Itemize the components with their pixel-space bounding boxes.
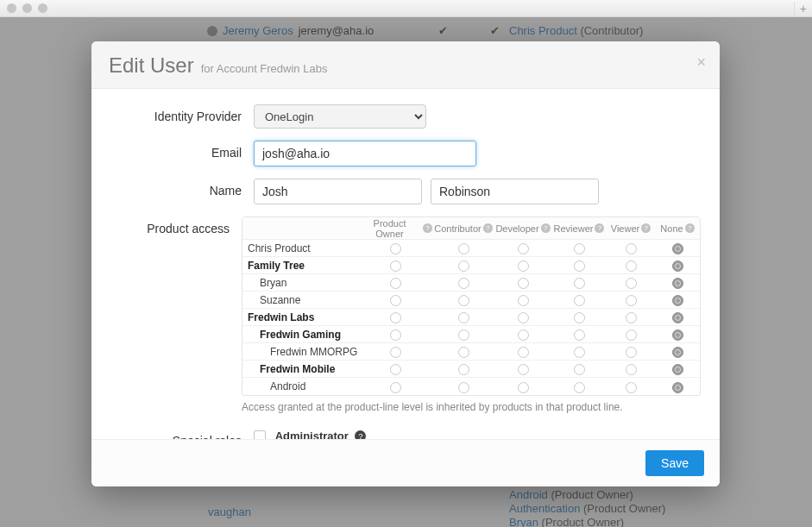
product-name: Bryan: [248, 277, 358, 289]
role-radio-developer[interactable]: [518, 347, 529, 358]
role-radio-viewer[interactable]: [626, 382, 637, 393]
product-name: Chris Product: [248, 242, 358, 254]
role-radio-contributor[interactable]: [458, 329, 469, 341]
first-name-input[interactable]: [254, 179, 422, 204]
role-radio-reviewer[interactable]: [574, 312, 585, 323]
col-reviewer: Reviewer?: [551, 223, 607, 234]
product-row: Chris Product: [242, 240, 700, 257]
role-radio-viewer[interactable]: [626, 295, 637, 306]
col-contributor: Contributor?: [432, 223, 494, 234]
role-radio-viewer[interactable]: [626, 347, 637, 358]
role-radio-developer[interactable]: [518, 260, 529, 272]
role-radio-reviewer[interactable]: [574, 295, 585, 306]
role-radio-none[interactable]: [672, 243, 683, 254]
product-name: Suzanne: [248, 294, 358, 306]
role-radio-contributor[interactable]: [458, 260, 469, 272]
role-radio-reviewer[interactable]: [574, 347, 585, 358]
help-icon[interactable]: ?: [541, 223, 551, 233]
role-radio-developer[interactable]: [518, 312, 529, 323]
product-row: Bryan: [242, 274, 700, 292]
role-radio-viewer[interactable]: [626, 278, 637, 289]
role-radio-contributor[interactable]: [458, 347, 469, 358]
help-icon[interactable]: ?: [685, 223, 695, 233]
role-radio-none[interactable]: [672, 295, 683, 306]
help-icon[interactable]: ?: [355, 430, 366, 439]
product-access-table: Product Owner? Contributor? Developer? R…: [242, 216, 701, 396]
email-input[interactable]: [254, 141, 476, 166]
role-radio-owner[interactable]: [390, 347, 401, 358]
product-row: Fredwin Labs: [242, 309, 700, 326]
role-radio-none[interactable]: [672, 260, 683, 272]
role-radio-contributor[interactable]: [458, 364, 469, 375]
role-radio-owner[interactable]: [390, 278, 401, 289]
role-radio-none[interactable]: [672, 312, 683, 323]
help-icon[interactable]: ?: [595, 223, 604, 233]
product-row: Fredwin Gaming: [242, 326, 700, 343]
role-radio-viewer[interactable]: [626, 243, 637, 254]
traffic-light-min[interactable]: [22, 3, 32, 13]
role-radio-viewer[interactable]: [626, 364, 637, 375]
role-radio-developer[interactable]: [518, 243, 529, 254]
role-radio-owner[interactable]: [390, 312, 401, 323]
role-radio-reviewer[interactable]: [574, 382, 585, 393]
label-special-roles: Special roles: [110, 429, 254, 439]
role-radio-contributor[interactable]: [458, 243, 469, 254]
access-note: Access granted at the product-line level…: [242, 401, 701, 413]
product-row: Fredwin Mobile: [242, 361, 700, 378]
product-row: Fredwin MMORPG: [242, 343, 700, 361]
role-radio-owner[interactable]: [390, 295, 401, 306]
role-radio-contributor[interactable]: [458, 312, 469, 323]
role-radio-owner[interactable]: [390, 243, 401, 254]
role-radio-none[interactable]: [672, 382, 683, 393]
role-radio-developer[interactable]: [518, 278, 529, 289]
role-radio-contributor[interactable]: [458, 382, 469, 393]
role-radio-reviewer[interactable]: [574, 243, 585, 254]
role-radio-developer[interactable]: [518, 382, 529, 393]
administrator-checkbox[interactable]: [254, 430, 266, 439]
product-name: Family Tree: [248, 260, 358, 272]
role-radio-owner[interactable]: [390, 382, 401, 393]
role-radio-contributor[interactable]: [458, 295, 469, 306]
role-radio-viewer[interactable]: [626, 312, 637, 323]
role-radio-none[interactable]: [672, 329, 683, 341]
modal-title: Edit User: [109, 53, 194, 78]
traffic-light-max[interactable]: [38, 3, 47, 13]
save-button[interactable]: Save: [645, 450, 704, 476]
role-radio-reviewer[interactable]: [574, 364, 585, 375]
role-radio-owner[interactable]: [390, 329, 401, 341]
role-radio-viewer[interactable]: [626, 260, 637, 272]
role-radio-none[interactable]: [672, 278, 683, 289]
identity-provider-select[interactable]: OneLogin: [254, 104, 426, 129]
close-icon[interactable]: ×: [696, 53, 706, 72]
role-radio-contributor[interactable]: [458, 278, 469, 289]
role-radio-owner[interactable]: [390, 364, 401, 375]
modal-header: Edit User for Account Fredwin Labs ×: [91, 41, 720, 89]
role-radio-viewer[interactable]: [626, 329, 637, 341]
role-radio-none[interactable]: [672, 347, 683, 358]
role-radio-developer[interactable]: [518, 329, 529, 341]
role-radio-developer[interactable]: [518, 364, 529, 375]
table-header: Product Owner? Contributor? Developer? R…: [242, 217, 700, 240]
window-chrome: +: [0, 0, 812, 17]
col-product-owner: Product Owner?: [358, 218, 432, 239]
role-radio-none[interactable]: [672, 364, 683, 375]
product-name: Fredwin MMORPG: [248, 346, 358, 358]
help-icon[interactable]: ?: [641, 223, 651, 233]
new-tab-icon[interactable]: +: [794, 2, 807, 16]
help-icon[interactable]: ?: [423, 223, 432, 233]
role-radio-reviewer[interactable]: [574, 278, 585, 289]
modal-subtitle: for Account Fredwin Labs: [201, 62, 328, 75]
last-name-input[interactable]: [431, 179, 599, 204]
col-none: None?: [655, 223, 700, 234]
role-radio-developer[interactable]: [518, 295, 529, 306]
modal-footer: Save: [91, 439, 720, 486]
help-icon[interactable]: ?: [483, 223, 493, 233]
role-radio-owner[interactable]: [390, 260, 401, 272]
product-name: Fredwin Mobile: [248, 363, 358, 375]
product-row: Family Tree: [242, 257, 700, 274]
administrator-label: Administrator: [275, 430, 349, 439]
role-radio-reviewer[interactable]: [574, 329, 585, 341]
col-developer: Developer?: [494, 223, 551, 234]
traffic-light-close[interactable]: [7, 3, 16, 13]
role-radio-reviewer[interactable]: [574, 260, 585, 272]
